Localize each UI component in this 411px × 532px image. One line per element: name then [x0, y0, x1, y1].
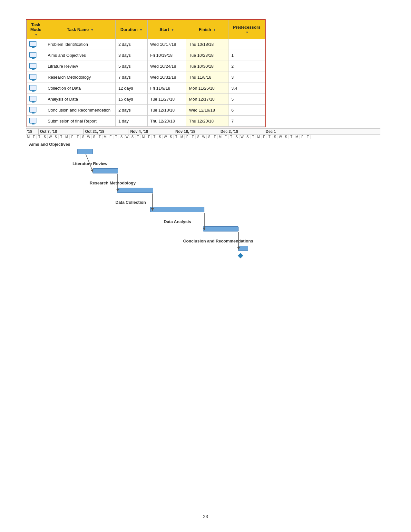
gantt-day-cell: T: [113, 135, 119, 139]
gantt-day-cell: W: [240, 135, 245, 139]
task-duration-cell: 1 day: [116, 116, 148, 127]
gantt-day-cell: W: [48, 135, 53, 139]
task-mode-icon: [29, 63, 36, 69]
gantt-day-cell: T: [152, 135, 157, 139]
task-start-cell: Wed 10/31/18: [147, 72, 186, 83]
task-finish-cell: Tue 10/23/18: [186, 50, 229, 61]
th-predecessors: Predecessors ▼: [229, 20, 265, 39]
task-mode-cell: [27, 116, 45, 127]
gantt-task-label: Literature Review: [73, 161, 107, 166]
gantt-v-line: [216, 139, 216, 255]
gantt-day-cell: S: [42, 135, 48, 139]
gantt-day-cell: W: [201, 135, 207, 139]
gantt-day-cell: W: [163, 135, 168, 139]
task-start-cell: Tue 11/27/18: [147, 94, 186, 105]
gantt-day-cell: M: [141, 135, 146, 139]
gantt-day-cell: S: [196, 135, 201, 139]
gantt-day-cell: F: [31, 135, 37, 139]
task-finish-cell: Thu 12/20/18: [186, 116, 229, 127]
task-mode-cell: [27, 94, 45, 105]
gantt-day-cell: F: [185, 135, 190, 139]
task-start-cell: Fri 11/9/18: [147, 83, 186, 94]
task-start-cell: Tue 12/18/18: [147, 105, 186, 116]
gantt-connector-arrow: [26, 139, 380, 255]
gantt-day-cell: M: [103, 135, 108, 139]
gantt-day-cell: F: [300, 135, 305, 139]
gantt-day-cell: S: [130, 135, 135, 139]
th-duration: Duration ▼: [116, 20, 148, 39]
gantt-month-cell: '18: [26, 129, 39, 134]
gantt-day-cell: T: [37, 135, 42, 139]
task-mode-icon: [29, 52, 36, 58]
gantt-month-cell: Oct 7, '18: [39, 129, 84, 134]
th-start: Start ▼: [147, 20, 186, 39]
task-duration-cell: 3 days: [116, 50, 148, 61]
gantt-month-cell: Nov 4, '18: [129, 129, 174, 134]
gantt-day-cell: M: [64, 135, 70, 139]
gantt-month-cell: Dec 1: [264, 129, 290, 134]
task-name-cell: Aims and Objectives: [45, 50, 115, 61]
gantt-day-cell: M: [218, 135, 223, 139]
gantt-bar: [77, 149, 93, 154]
table-row: Conclusion and Recommendetion2 daysTue 1…: [27, 105, 265, 116]
sort-arrow-taskmode[interactable]: ▼: [34, 33, 38, 36]
gantt-day-cell: W: [124, 135, 130, 139]
task-finish-cell: Mon 12/17/18: [186, 94, 229, 105]
sort-arrow-start[interactable]: ▼: [171, 28, 174, 32]
table-row: Research Methodology7 daysWed 10/31/18Th…: [27, 72, 265, 83]
page-number: 23: [203, 514, 208, 519]
gantt-bar: [93, 168, 118, 173]
task-mode-cell: [27, 39, 45, 50]
gantt-day-cell: F: [261, 135, 267, 139]
gantt-bar: [150, 207, 204, 212]
task-duration-cell: 2 days: [116, 105, 148, 116]
task-start-cell: Thu 12/20/18: [147, 116, 186, 127]
gantt-task-label: Aims and Objectives: [29, 142, 70, 147]
task-mode-cell: [27, 72, 45, 83]
task-finish-cell: Thu 10/18/18: [186, 39, 229, 50]
gantt-connector-arrow: [26, 139, 380, 255]
gantt-day-cell: T: [289, 135, 294, 139]
task-mode-cell: [27, 61, 45, 72]
gantt-chart-area: '18Oct 7, '18Oct 21, '18Nov 4, '18Nov 18…: [26, 128, 380, 255]
gantt-day-cell: S: [207, 135, 212, 139]
task-duration-cell: 7 days: [116, 72, 148, 83]
th-taskmode: Task Mode ▼: [27, 20, 45, 39]
task-duration-cell: 12 days: [116, 83, 148, 94]
task-mode-icon: [29, 107, 36, 113]
page-number-value: 23: [203, 514, 208, 519]
sort-arrow-finish[interactable]: ▼: [213, 28, 216, 32]
gantt-day-cell: S: [245, 135, 250, 139]
task-duration-cell: 5 days: [116, 61, 148, 72]
task-finish-cell: Tue 10/30/18: [186, 61, 229, 72]
sort-arrow-pred[interactable]: ▼: [245, 31, 249, 34]
gantt-day-cell: F: [70, 135, 75, 139]
gantt-day-cell: M: [294, 135, 300, 139]
gantt-day-cell: S: [234, 135, 240, 139]
sort-arrow-taskname[interactable]: ▼: [91, 28, 94, 32]
sort-arrow-duration[interactable]: ▼: [140, 28, 143, 32]
task-mode-icon: [29, 41, 36, 47]
task-start-cell: Fri 10/19/18: [147, 50, 186, 61]
gantt-task-label: Research Methodology: [90, 181, 136, 185]
task-start-cell: Wed 10/24/18: [147, 61, 186, 72]
task-name-cell: Submission of final Report: [45, 116, 115, 127]
task-name-cell: Collection of Data: [45, 83, 115, 94]
table-row: Collection of Data12 daysFri 11/9/18Mon …: [27, 83, 265, 94]
task-pred-cell: 2: [229, 61, 265, 72]
gantt-day-cell: T: [212, 135, 218, 139]
task-mode-cell: [27, 105, 45, 116]
gantt-connector-arrow: [26, 139, 380, 255]
gantt-day-cell: S: [283, 135, 289, 139]
gantt-day-cell: T: [75, 135, 81, 139]
table-row: Problem Identification2 daysWed 10/17/18…: [27, 39, 265, 50]
gantt-day-cell: T: [267, 135, 272, 139]
gantt-table-wrapper: Task Mode ▼ Task Name ▼ Duration ▼ Start…: [26, 19, 266, 127]
gantt-table: Task Mode ▼ Task Name ▼ Duration ▼ Start…: [26, 20, 265, 127]
gantt-connector-arrow: [26, 139, 380, 255]
task-name-cell: Conclusion and Recommendetion: [45, 105, 115, 116]
task-mode-cell: [27, 83, 45, 94]
gantt-day-cell: M: [256, 135, 261, 139]
gantt-day-cell: S: [168, 135, 174, 139]
gantt-day-cell: F: [223, 135, 229, 139]
